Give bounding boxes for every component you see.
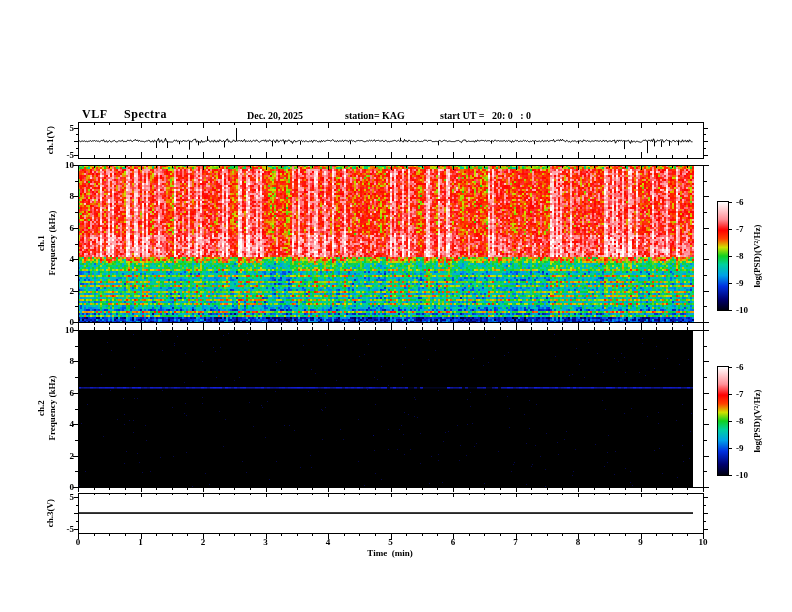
y-tick-label-ch2: 2 [70, 451, 75, 461]
page-title: VLF Spectra [82, 107, 167, 122]
y-tick-label-ch1: 8 [70, 191, 75, 201]
colorbar-tick-label: -8 [736, 416, 744, 426]
y-tick-label-ch1v: 5 [70, 123, 75, 133]
psd-axis-label-1: log(PSD)(V²/Hz) [752, 224, 763, 287]
x-tick-label: 5 [388, 537, 393, 547]
y-tick-label-ch1: 6 [70, 223, 75, 233]
colorbar-tick-label: -10 [736, 470, 748, 480]
y-tick-label-ch1v: -5 [67, 150, 75, 160]
x-tick-label: 4 [326, 537, 331, 547]
y-tick-label-ch3v: -5 [67, 524, 75, 534]
x-tick-label: 0 [76, 537, 81, 547]
x-tick-label: 8 [576, 537, 581, 547]
colorbar-tick-label: -6 [736, 362, 744, 372]
psd-axis-label-2: log(PSD)(V²/Hz) [752, 389, 763, 452]
ch1-label-line2: Frequency (kHz) [47, 210, 58, 275]
x-tick-label: 6 [451, 537, 456, 547]
date-label: Dec. 20, 2025 [247, 110, 303, 121]
x-tick-label: 9 [638, 537, 643, 547]
ch1-voltage-axis-label: ch.1(V) [45, 126, 56, 154]
x-tick-label: 1 [138, 537, 143, 547]
x-tick-label: 7 [513, 537, 518, 547]
x-tick-label: 10 [699, 537, 708, 547]
ch1-frequency-axis-label: ch.1 Frequency (kHz) [36, 210, 58, 275]
y-tick-label-ch1: 10 [65, 160, 74, 170]
vlf-spectra-figure: VLF Spectra Dec. 20, 2025 station= KAG s… [0, 0, 792, 612]
time-axis-label: Time (min) [367, 548, 412, 558]
x-tick-label: 2 [201, 537, 206, 547]
y-tick-label-ch3v: 5 [70, 492, 75, 502]
y-tick-label-ch1: 2 [70, 286, 75, 296]
y-tick-label-ch1: 4 [70, 254, 75, 264]
colorbar-tick-label: -7 [736, 389, 744, 399]
y-tick-label-ch2: 4 [70, 419, 75, 429]
station-label: station= KAG [345, 110, 405, 121]
colorbar-tick-label: -8 [736, 251, 744, 261]
colorbar-tick-label: -9 [736, 278, 744, 288]
colorbar-tick-label: -9 [736, 443, 744, 453]
colorbar-tick-label: -6 [736, 197, 744, 207]
colorbar-tick-label: -7 [736, 224, 744, 234]
colorbar-tick-label: -10 [736, 305, 748, 315]
y-tick-label-ch2: 0 [70, 482, 75, 492]
ch1-label-line1: ch.1 [36, 210, 47, 275]
ch2-label-line1: ch.2 [36, 375, 47, 440]
y-tick-label-ch2: 6 [70, 388, 75, 398]
x-tick-label: 3 [263, 537, 268, 547]
ch3-voltage-axis-label: ch.3(V) [45, 499, 56, 527]
y-tick-label-ch2: 8 [70, 356, 75, 366]
start-ut-label: start UT = 20: 0 : 0 [440, 110, 531, 121]
y-tick-label-ch2: 10 [65, 325, 74, 335]
axes-frame-canvas [0, 0, 792, 612]
ch2-label-line2: Frequency (kHz) [47, 375, 58, 440]
ch2-frequency-axis-label: ch.2 Frequency (kHz) [36, 375, 58, 440]
